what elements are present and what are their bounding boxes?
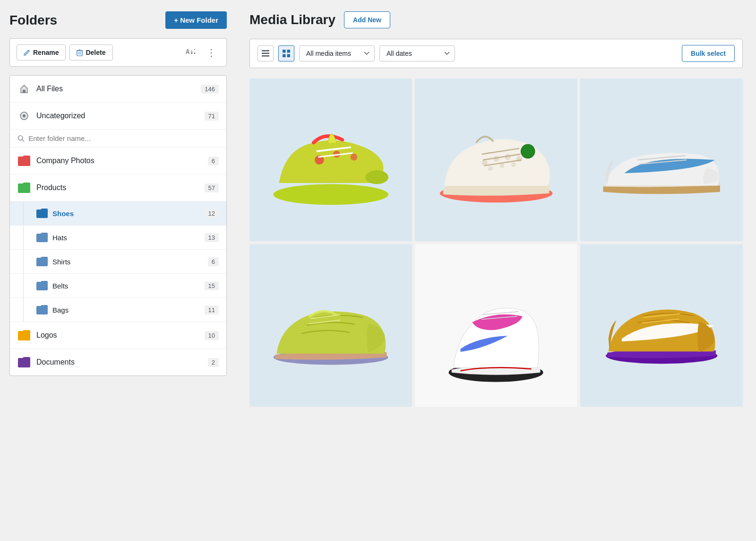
folder-item-all-files[interactable]: All Files 146 bbox=[10, 76, 226, 103]
logos-folder-icon bbox=[17, 329, 31, 342]
svg-rect-16 bbox=[283, 54, 286, 58]
svg-point-8 bbox=[23, 114, 26, 117]
media-item-1[interactable] bbox=[249, 79, 412, 241]
svg-line-10 bbox=[22, 140, 24, 141]
folder-count-bags: 11 bbox=[205, 305, 219, 314]
folder-name-all-files: All Files bbox=[36, 85, 201, 93]
svg-rect-15 bbox=[287, 50, 291, 53]
shoe-image-4 bbox=[262, 256, 400, 394]
delete-button[interactable]: Delete bbox=[69, 44, 112, 61]
media-library-header: Media Library Add New bbox=[249, 11, 743, 28]
grid-view-button[interactable] bbox=[278, 45, 294, 61]
shoe-image-5 bbox=[431, 260, 561, 390]
folder-name-uncategorized: Uncategorized bbox=[36, 112, 205, 120]
folder-count-company-photos: 6 bbox=[208, 157, 219, 166]
shoe-image-6 bbox=[593, 256, 730, 394]
add-new-button[interactable]: Add New bbox=[344, 11, 390, 28]
svg-point-21 bbox=[350, 154, 357, 161]
folder-search-input[interactable] bbox=[28, 134, 219, 142]
folder-name-documents: Documents bbox=[36, 358, 208, 366]
svg-point-31 bbox=[499, 163, 504, 168]
media-item-5[interactable] bbox=[415, 244, 577, 407]
belts-folder-icon bbox=[36, 280, 48, 291]
products-folder-icon bbox=[17, 181, 31, 194]
folder-count-all-files: 146 bbox=[201, 85, 219, 94]
svg-rect-14 bbox=[283, 50, 286, 53]
shoes-folder-icon bbox=[36, 208, 48, 219]
folder-count-uncategorized: 71 bbox=[205, 112, 219, 121]
folder-count-documents: 2 bbox=[208, 358, 219, 367]
svg-rect-12 bbox=[262, 53, 269, 54]
folder-name-bags: Bags bbox=[52, 306, 205, 314]
folder-name-belts: Belts bbox=[52, 282, 205, 290]
svg-rect-11 bbox=[262, 50, 269, 52]
bags-folder-icon bbox=[36, 304, 48, 315]
media-item-2[interactable] bbox=[415, 79, 577, 241]
home-icon bbox=[17, 82, 31, 96]
rename-button[interactable]: Rename bbox=[17, 44, 66, 61]
hats-folder-icon bbox=[36, 232, 48, 243]
folder-list: All Files 146 Uncategorized 71 bbox=[9, 75, 227, 376]
svg-point-24 bbox=[365, 170, 388, 184]
media-item-3[interactable] bbox=[580, 79, 743, 241]
folder-count-logos: 10 bbox=[205, 331, 219, 340]
folders-panel: Folders + New Folder Rename Delete A↓Z bbox=[0, 0, 236, 541]
folder-name-shoes: Shoes bbox=[52, 209, 205, 218]
folder-name-hats: Hats bbox=[52, 234, 205, 242]
media-type-filter[interactable]: All media items Images Video Audio bbox=[299, 45, 375, 61]
folder-name-products: Products bbox=[36, 183, 205, 192]
media-library-panel: Media Library Add New All media items Im… bbox=[236, 0, 756, 541]
list-view-button[interactable] bbox=[258, 45, 274, 61]
folders-header: Folders + New Folder bbox=[9, 11, 227, 29]
trash-icon bbox=[77, 49, 83, 56]
grid-view-icon bbox=[283, 50, 290, 57]
new-folder-button[interactable]: + New Folder bbox=[165, 11, 227, 29]
folder-name-company-photos: Company Photos bbox=[36, 157, 208, 165]
folder-count-shirts: 6 bbox=[208, 257, 219, 266]
shirts-folder-icon bbox=[36, 256, 48, 267]
folder-item-bags[interactable]: Bags 11 bbox=[10, 298, 226, 322]
folder-count-shoes: 12 bbox=[205, 209, 219, 218]
svg-rect-0 bbox=[77, 51, 82, 56]
folder-item-uncategorized[interactable]: Uncategorized 71 bbox=[10, 103, 226, 130]
bulk-select-button[interactable]: Bulk select bbox=[682, 45, 735, 62]
folder-count-belts: 15 bbox=[205, 281, 219, 290]
svg-text:A↓Z: A↓Z bbox=[186, 48, 195, 55]
svg-point-18 bbox=[273, 184, 388, 205]
folder-name-logos: Logos bbox=[36, 331, 205, 340]
folder-item-shirts[interactable]: Shirts 6 bbox=[10, 250, 226, 274]
svg-point-32 bbox=[511, 162, 516, 167]
folder-item-hats[interactable]: Hats 13 bbox=[10, 226, 226, 250]
media-toolbar: All media items Images Video Audio All d… bbox=[249, 39, 743, 68]
folder-search-row bbox=[10, 130, 226, 148]
folder-search-icon bbox=[17, 135, 25, 142]
folder-item-belts[interactable]: Belts 15 bbox=[10, 274, 226, 298]
sort-icon: A↓Z bbox=[186, 47, 195, 56]
folder-item-logos[interactable]: Logos 10 bbox=[10, 322, 226, 349]
uncategorized-icon bbox=[17, 109, 31, 122]
svg-rect-6 bbox=[23, 90, 26, 93]
shoe-image-2 bbox=[427, 91, 565, 229]
media-item-4[interactable] bbox=[249, 244, 412, 407]
folder-item-shoes[interactable]: Shoes 12 bbox=[10, 201, 226, 226]
folder-toolbar: Rename Delete A↓Z ⋮ bbox=[9, 38, 227, 67]
list-view-icon bbox=[262, 50, 269, 57]
shoe-image-3 bbox=[593, 91, 730, 229]
more-options-button[interactable]: ⋮ bbox=[203, 45, 220, 60]
media-library-title: Media Library bbox=[249, 12, 335, 27]
company-photos-folder-icon bbox=[17, 154, 31, 167]
folders-title: Folders bbox=[9, 13, 57, 28]
folder-item-company-photos[interactable]: Company Photos 6 bbox=[10, 148, 226, 175]
svg-rect-13 bbox=[262, 55, 269, 57]
media-item-6[interactable] bbox=[580, 244, 743, 407]
folder-count-products: 57 bbox=[205, 183, 219, 192]
shoe-image-1 bbox=[262, 91, 400, 229]
folder-item-products[interactable]: Products 57 bbox=[10, 175, 226, 201]
svg-rect-17 bbox=[287, 54, 291, 58]
svg-point-33 bbox=[521, 144, 534, 158]
folder-item-documents[interactable]: Documents 2 bbox=[10, 349, 226, 375]
svg-point-30 bbox=[488, 166, 493, 171]
date-filter[interactable]: All dates 2024 2023 bbox=[379, 45, 455, 61]
sort-button[interactable]: A↓Z bbox=[182, 45, 199, 60]
svg-point-28 bbox=[505, 154, 510, 160]
